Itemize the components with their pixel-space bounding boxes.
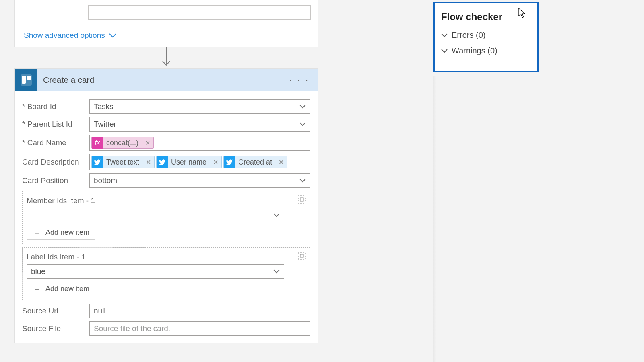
board-id-value: Tasks <box>94 102 114 111</box>
add-label-item-button[interactable]: ＋ Add new item <box>27 282 95 296</box>
flow-checker-panel: Flow checker Errors (0) Warnings (0) <box>433 2 539 72</box>
source-url-label: Source Url <box>22 306 89 315</box>
svg-rect-2 <box>22 76 26 84</box>
member-ids-group: Member Ids Item - 1 ＋ Add new item <box>22 191 310 244</box>
fx-expression-token[interactable]: fx concat(...) ✕ <box>91 137 154 149</box>
card-description-label: Card Description <box>22 158 89 167</box>
source-url-value: null <box>94 306 106 315</box>
switch-to-array-icon[interactable] <box>298 252 306 262</box>
chevron-down-icon <box>273 269 280 274</box>
twitter-token-created-at[interactable]: Created at ✕ <box>223 156 287 168</box>
right-panel-edge <box>433 76 436 362</box>
token-remove-icon[interactable]: ✕ <box>142 158 154 166</box>
label-ids-select[interactable]: blue <box>27 264 284 279</box>
token-remove-icon[interactable]: ✕ <box>275 158 287 166</box>
chevron-down-icon <box>299 105 306 109</box>
member-ids-label: Member Ids Item - 1 <box>27 196 95 205</box>
card-position-value: bottom <box>94 176 117 185</box>
create-a-card-action: Create a card · · · * Board Id Tasks * P… <box>14 68 318 343</box>
svg-rect-4 <box>298 196 305 203</box>
parent-list-id-select[interactable]: Twitter <box>89 117 310 132</box>
token-remove-icon[interactable]: ✕ <box>142 139 153 147</box>
member-ids-select[interactable] <box>27 208 284 222</box>
chevron-down-icon <box>441 33 448 37</box>
twitter-icon <box>157 156 168 168</box>
flow-checker-warnings-row[interactable]: Warnings (0) <box>441 46 530 56</box>
errors-label: Errors (0) <box>452 31 485 40</box>
add-member-item-button[interactable]: ＋ Add new item <box>27 226 95 240</box>
show-advanced-options[interactable]: Show advanced options <box>24 31 310 40</box>
action-menu-button[interactable]: · · · <box>287 75 311 85</box>
chevron-down-icon <box>299 122 306 126</box>
twitter-token-user-name[interactable]: User name ✕ <box>156 156 222 168</box>
card-position-select[interactable]: bottom <box>89 173 310 188</box>
token-text: User name <box>168 158 210 167</box>
source-file-label: Source File <box>22 324 89 333</box>
source-file-placeholder: Source file of the card. <box>94 324 170 333</box>
show-advanced-label: Show advanced options <box>24 31 105 40</box>
action-header[interactable]: Create a card · · · <box>15 69 318 91</box>
chevron-down-icon <box>299 179 306 183</box>
add-item-label: Add new item <box>45 228 89 237</box>
label-ids-group: Label Ids Item - 1 blue ＋ Add new item <box>22 247 310 300</box>
svg-rect-6 <box>298 252 305 259</box>
plus-icon: ＋ <box>33 286 41 293</box>
flow-checker-errors-row[interactable]: Errors (0) <box>441 31 530 40</box>
card-position-label: Card Position <box>22 176 89 185</box>
board-id-select[interactable]: Tasks <box>89 99 310 114</box>
card-name-input[interactable]: fx concat(...) ✕ <box>89 135 310 151</box>
label-ids-label: Label Ids Item - 1 <box>27 253 86 261</box>
flow-checker-title: Flow checker <box>441 11 530 23</box>
source-file-input[interactable]: Source file of the card. <box>89 321 310 336</box>
trello-icon <box>15 69 37 91</box>
warnings-label: Warnings (0) <box>452 46 497 56</box>
plus-icon: ＋ <box>33 229 41 237</box>
parent-list-id-value: Twitter <box>94 120 116 129</box>
source-url-input[interactable]: null <box>89 304 310 318</box>
card-name-label: * Card Name <box>22 138 89 147</box>
svg-rect-3 <box>27 76 31 80</box>
label-ids-value: blue <box>31 267 45 276</box>
twitter-token-tweet-text[interactable]: Tweet text ✕ <box>91 156 155 168</box>
chevron-down-icon <box>441 49 448 53</box>
card-description-input[interactable]: Tweet text ✕ User name ✕ <box>89 154 310 170</box>
board-id-label: * Board Id <box>22 102 89 111</box>
chevron-down-icon <box>273 213 280 217</box>
switch-to-array-icon[interactable] <box>298 195 306 206</box>
parent-list-id-label: * Parent List Id <box>22 120 89 129</box>
token-text: Tweet text <box>103 158 142 167</box>
svg-rect-5 <box>300 198 303 201</box>
chevron-down-icon <box>109 33 116 38</box>
connector-arrow <box>14 47 318 68</box>
token-remove-icon[interactable]: ✕ <box>210 158 221 166</box>
twitter-icon <box>224 156 235 168</box>
add-item-label: Add new item <box>45 285 89 293</box>
svg-rect-7 <box>300 254 303 257</box>
previous-action-card: Show advanced options <box>14 0 318 47</box>
twitter-icon <box>92 156 103 168</box>
fx-token-text: concat(...) <box>103 139 142 147</box>
action-title: Create a card <box>37 75 287 85</box>
fx-icon: fx <box>92 137 103 149</box>
previous-field-input[interactable] <box>88 5 311 20</box>
token-text: Created at <box>235 158 275 167</box>
